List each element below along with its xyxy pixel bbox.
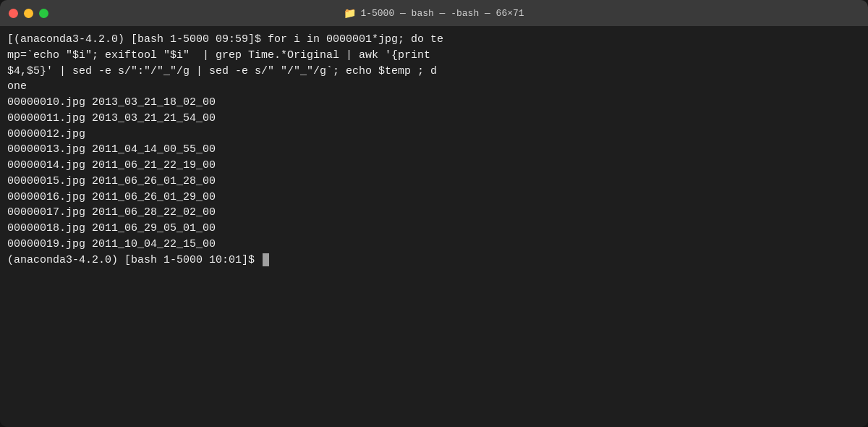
terminal-line: 00000015.jpg 2011_06_26_01_28_00 bbox=[7, 174, 861, 190]
terminal-line: one bbox=[7, 79, 861, 95]
maximize-button[interactable] bbox=[39, 9, 48, 18]
terminal-line: $4,$5}' | sed -e s/":"/"_"/g | sed -e s/… bbox=[7, 64, 861, 80]
terminal-line: 00000013.jpg 2011_04_14_00_55_00 bbox=[7, 142, 861, 158]
terminal-line: 00000018.jpg 2011_06_29_05_01_00 bbox=[7, 221, 861, 237]
terminal-line: 00000017.jpg 2011_06_28_22_02_00 bbox=[7, 205, 861, 221]
terminal-window: 📁 1-5000 — bash — -bash — 66×71 [(anacon… bbox=[0, 0, 868, 427]
minimize-button[interactable] bbox=[24, 9, 33, 18]
terminal-cursor bbox=[263, 253, 269, 266]
title-bar: 📁 1-5000 — bash — -bash — 66×71 bbox=[0, 0, 868, 26]
title-text: 📁 1-5000 — bash — -bash — 66×71 bbox=[344, 7, 524, 20]
terminal-line: 00000016.jpg 2011_06_26_01_29_00 bbox=[7, 190, 861, 206]
close-button[interactable] bbox=[9, 9, 18, 18]
terminal-output: [(anaconda3-4.2.0) [bash 1-5000 09:59]$ … bbox=[7, 32, 861, 268]
terminal-line: 00000010.jpg 2013_03_21_18_02_00 bbox=[7, 95, 861, 111]
terminal-line: 00000019.jpg 2011_10_04_22_15_00 bbox=[7, 237, 861, 253]
window-controls[interactable] bbox=[9, 9, 48, 18]
terminal-line: mp=`echo "$i"; exiftool "$i" | grep Time… bbox=[7, 48, 861, 64]
terminal-line: (anaconda3-4.2.0) [bash 1-5000 10:01]$ bbox=[7, 253, 861, 269]
terminal-line: 00000012.jpg bbox=[7, 127, 861, 143]
terminal-line: 00000011.jpg 2013_03_21_21_54_00 bbox=[7, 111, 861, 127]
terminal-body[interactable]: [(anaconda3-4.2.0) [bash 1-5000 09:59]$ … bbox=[0, 26, 868, 427]
window-title: 1-5000 — bash — -bash — 66×71 bbox=[360, 8, 524, 19]
folder-icon: 📁 bbox=[344, 7, 356, 20]
terminal-line: [(anaconda3-4.2.0) [bash 1-5000 09:59]$ … bbox=[7, 32, 861, 48]
terminal-line: 00000014.jpg 2011_06_21_22_19_00 bbox=[7, 158, 861, 174]
